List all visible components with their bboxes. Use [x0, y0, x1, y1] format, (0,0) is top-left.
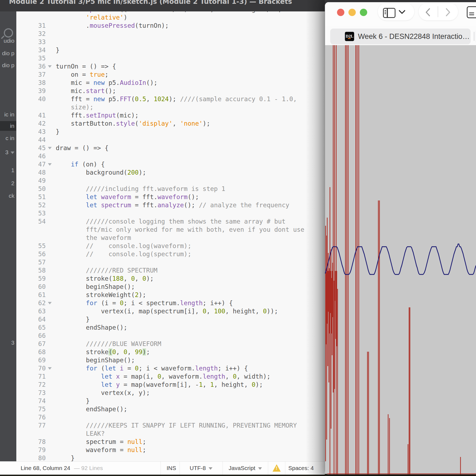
code-text: if (on) {: [71, 160, 105, 168]
sidebar-item[interactable]: 3: [5, 149, 14, 156]
project-sidebar[interactable]: udiodio pdio pic ininc in312ck3: [0, 11, 16, 461]
code-text: endShape();: [86, 323, 127, 332]
safari-tab-bar: D2L Week 6 - DESN22848 Interactio…: [325, 26, 476, 45]
line-number: 71: [16, 372, 46, 381]
line-number: 65: [16, 323, 46, 332]
line-number: 44: [16, 136, 46, 144]
sidebar-item[interactable]: ic in: [4, 111, 14, 118]
code-text: }: [86, 315, 90, 323]
line-number: 34: [16, 46, 46, 54]
code-text: for (let i = 0; i < waveform.length; i++…: [86, 364, 248, 372]
fold-arrow-icon[interactable]: [48, 163, 52, 166]
line-number: 50: [16, 185, 46, 193]
line-number: 72: [16, 381, 46, 389]
reader-icon[interactable]: [467, 6, 476, 18]
code-text: endShape();: [86, 405, 127, 413]
sidebar-item[interactable]: 1: [11, 167, 14, 174]
minimize-button[interactable]: [348, 9, 356, 16]
code-text: }: [56, 46, 60, 54]
lint-warning-icon[interactable]: !: [273, 464, 281, 472]
status-bar: Line 68, Column 24 — 92 Lines INS UTF-8 …: [0, 461, 325, 475]
code-text: }: [56, 128, 60, 136]
fold-arrow-icon[interactable]: [48, 147, 52, 149]
code-text: draw = () => {: [56, 144, 109, 152]
code-text: }: [71, 454, 75, 461]
code-text: /////including fft.waveform is step 1: [86, 185, 225, 193]
line-number: 43: [16, 128, 46, 136]
code-text: vertex(i, map(spectrum[i], 0, 100, heigh…: [101, 307, 278, 315]
screen: 30.position((windowWidth / 2) - 200, win…: [0, 0, 476, 476]
line-number: 74: [16, 397, 46, 405]
line-number: 77: [16, 421, 46, 429]
chevron-down-icon[interactable]: [398, 9, 405, 16]
divider: [438, 6, 438, 17]
sidebar-item[interactable]: udio: [4, 38, 14, 44]
sidebar-item[interactable]: ck: [9, 193, 14, 199]
line-number: 31: [16, 21, 46, 30]
sidebar-item[interactable]: 3: [11, 339, 14, 346]
line-number: 39: [16, 87, 46, 95]
code-text: background(200);: [86, 168, 146, 177]
sidebar-item[interactable]: c in: [5, 135, 14, 141]
code-text: .mousePressed(turnOn);: [86, 21, 169, 30]
code-text: strokeWeight(2);: [86, 291, 146, 299]
tab-title: Week 6 - DESN22848 Interactio…: [358, 29, 470, 44]
code-text: fft = new p5.FFT(0.5, 1024); ////(sample…: [71, 95, 297, 103]
line-number: 54: [16, 217, 46, 225]
sidebar-item[interactable]: 2: [11, 180, 14, 187]
active-tab[interactable]: D2L Week 6 - DESN22848 Interactio…: [330, 29, 471, 44]
chevron-down-icon: [11, 152, 14, 154]
line-number: 61: [16, 291, 46, 299]
line-number: 46: [16, 152, 46, 160]
line-number: 38: [16, 79, 46, 87]
cursor-position: Line 68, Column 24 — 92 Lines: [21, 462, 103, 475]
fold-arrow-icon[interactable]: [48, 367, 52, 370]
line-number: 73: [16, 389, 46, 397]
line-number: 56: [16, 250, 46, 258]
code-text: fft.setInput(mic);: [71, 111, 138, 119]
fold-arrow-icon[interactable]: [48, 302, 52, 304]
code-text: size);: [71, 103, 93, 111]
language-dropdown[interactable]: JavaScript: [222, 462, 268, 475]
line-number: 37: [16, 70, 46, 79]
spaces-setting[interactable]: Spaces: 4: [288, 462, 314, 475]
code-text: beginShape();: [86, 356, 135, 364]
back-icon[interactable]: [425, 8, 431, 14]
line-number: 70: [16, 364, 46, 372]
p5-visualization-canvas[interactable]: [325, 45, 476, 474]
line-number: 55: [16, 242, 46, 250]
fold-arrow-icon[interactable]: [48, 65, 52, 68]
code-text: 'relative'): [86, 13, 127, 21]
line-number: 40: [16, 95, 46, 103]
line-number: 35: [16, 54, 46, 62]
encoding-dropdown[interactable]: UTF-8: [180, 462, 222, 475]
line-number: 48: [16, 168, 46, 177]
insert-mode-indicator[interactable]: INS: [163, 462, 180, 475]
status-separator: [268, 462, 268, 475]
code-text: let y = map(waveform[i], -1, 1, height, …: [101, 381, 263, 389]
line-number: 32: [16, 30, 46, 38]
zoom-button[interactable]: [360, 9, 367, 16]
line-number: 75: [16, 405, 46, 413]
line-number: 45: [16, 144, 46, 152]
close-button[interactable]: [337, 9, 344, 16]
code-text: let waveform = fft.waveform();: [86, 193, 199, 201]
sidebar-toggle-group[interactable]: [378, 3, 414, 20]
line-number: 60: [16, 283, 46, 291]
search-icon[interactable]: [4, 28, 13, 38]
code-text: .position((windowWidth / 2) - 200, windo…: [86, 11, 282, 13]
code-text: ///////RED SPECTRUM: [86, 266, 157, 274]
code-text: //////console logging them shows the sam…: [86, 217, 286, 225]
sidebar-item[interactable]: in: [10, 123, 14, 129]
code-text: fft/mic only worked for me with both, ev…: [86, 225, 304, 234]
sidebar-item[interactable]: dio p: [2, 50, 14, 57]
sidebar-item[interactable]: dio p: [2, 62, 14, 69]
code-text: LEAK?: [86, 429, 105, 438]
code-text: }: [86, 397, 90, 405]
sidebar-toggle-icon[interactable]: [383, 8, 395, 18]
forward-icon[interactable]: [445, 8, 451, 14]
audio-visualization: [325, 45, 476, 474]
window-title: Module 2 Tutorial 3/P5 mic in/sketch.js …: [9, 0, 292, 5]
line-number: 79: [16, 446, 46, 454]
code-text: on = true;: [71, 70, 109, 79]
